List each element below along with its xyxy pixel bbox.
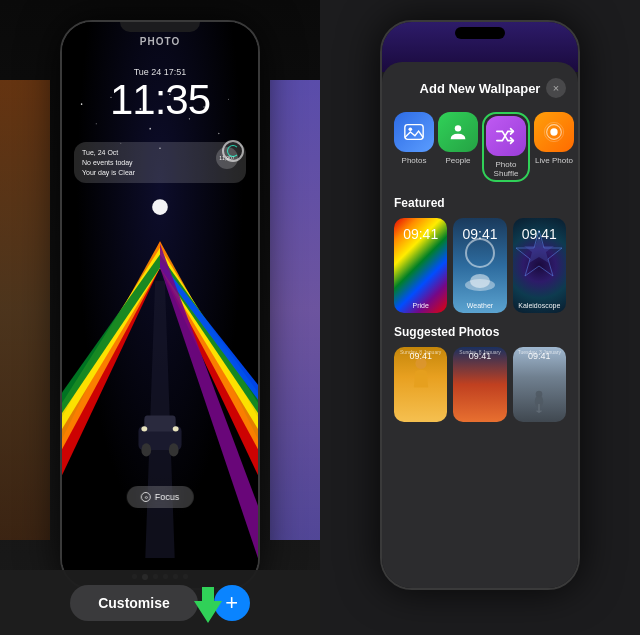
- svg-point-6: [96, 123, 97, 124]
- suggested-title: Suggested Photos: [394, 325, 566, 339]
- people-label: People: [446, 156, 471, 165]
- bird-figure: [529, 389, 549, 414]
- weather-indicator: [465, 238, 495, 268]
- kaleo-label: Kaleidoscope: [513, 302, 566, 309]
- svg-point-32: [536, 391, 543, 398]
- live-photo-label: Live Photo: [535, 156, 573, 165]
- baby-figure: [406, 357, 436, 397]
- widget-text: Tue, 24 OctNo events todayYour day is Cl…: [82, 148, 238, 177]
- pride-label: Pride: [394, 302, 447, 309]
- lock-screen-time: Tue 24 17:51 11:35: [62, 67, 258, 121]
- people-icon-circle: [438, 112, 478, 152]
- svg-rect-14: [144, 415, 175, 431]
- focus-icon: [141, 492, 151, 502]
- live-photo-icon: [543, 121, 565, 143]
- svg-point-9: [218, 133, 219, 134]
- kaleo-time: 09:41: [513, 226, 566, 242]
- left-side-image: [0, 80, 50, 540]
- link-icon: [142, 494, 149, 501]
- modal-title: Add New Wallpaper: [414, 81, 546, 96]
- featured-kaleidoscope[interactable]: 09:41 Kaleidoscope: [513, 218, 566, 313]
- svg-point-23: [550, 128, 557, 135]
- type-photo-shuffle[interactable]: PhotoShuffle: [482, 112, 530, 182]
- photo-label: PHOTO: [62, 36, 258, 47]
- svg-point-22: [455, 125, 461, 131]
- pride-time: 09:41: [394, 226, 447, 242]
- add-wallpaper-modal: Add New Wallpaper ×: [382, 62, 578, 588]
- focus-button[interactable]: Focus: [127, 486, 194, 508]
- shuffle-icon: [495, 125, 517, 147]
- photos-label: Photos: [402, 156, 427, 165]
- close-button[interactable]: ×: [546, 78, 566, 98]
- featured-row: 09:41 Pride 0: [394, 218, 566, 313]
- photos-icon: [403, 121, 425, 143]
- type-live-photo[interactable]: Live Photo: [534, 112, 574, 182]
- lock-screen: PHOTO Tue 24 17:51 11:35 Tue, 24 OctNo e…: [62, 22, 258, 588]
- suggested-photo-1[interactable]: Sunday, 8 January 09:41: [394, 347, 447, 422]
- phone-mockup-left: PHOTO Tue 24 17:51 11:35 Tue, 24 OctNo e…: [60, 20, 260, 590]
- featured-pride[interactable]: 09:41 Pride: [394, 218, 447, 313]
- svg-point-16: [169, 443, 179, 456]
- weather-time: 09:41: [453, 226, 506, 242]
- svg-marker-19: [194, 587, 222, 623]
- svg-point-7: [149, 128, 151, 130]
- photos-icon-circle: [394, 112, 434, 152]
- wallpaper-type-row: Photos People: [394, 112, 566, 182]
- svg-point-21: [409, 127, 413, 131]
- weather-label: Weather: [453, 302, 506, 309]
- customise-button[interactable]: Customise: [70, 585, 198, 621]
- shuffle-label: PhotoShuffle: [494, 160, 519, 178]
- arrow-svg: [190, 587, 226, 623]
- people-icon: [447, 121, 469, 143]
- suggested-photo-2[interactable]: Sunday, 8 January 09:41: [453, 347, 506, 422]
- svg-rect-20: [405, 125, 423, 140]
- type-people[interactable]: People: [438, 112, 478, 182]
- suggested-time-2: 09:41: [453, 351, 506, 361]
- type-photos[interactable]: Photos: [394, 112, 434, 182]
- main-container: PHOTO Tue 24 17:51 11:35 Tue, 24 OctNo e…: [0, 0, 640, 635]
- lock-date: Tue 24 17:51: [62, 67, 258, 77]
- green-arrow: [190, 587, 226, 627]
- live-photo-icon-circle: [534, 112, 574, 152]
- calendar-widget: Tue, 24 OctNo events todayYour day is Cl…: [74, 142, 246, 183]
- lock-widgets: Tue, 24 OctNo events todayYour day is Cl…: [74, 142, 246, 187]
- bottom-bar: Customise +: [0, 570, 320, 635]
- suggested-time-3: 09:41: [513, 351, 566, 361]
- dynamic-island: [455, 27, 505, 39]
- suggested-photo-3[interactable]: Tuesday, 3 January 09:41: [513, 347, 566, 422]
- svg-point-15: [141, 443, 151, 456]
- lock-clock: 11:35: [62, 79, 258, 121]
- focus-label: Focus: [155, 492, 180, 502]
- svg-point-27: [470, 274, 490, 288]
- suggested-time-1: 09:41: [394, 351, 447, 361]
- featured-weather[interactable]: 09:41 Weather: [453, 218, 506, 313]
- right-side-image: [270, 80, 320, 540]
- notch: [120, 22, 200, 32]
- svg-point-18: [173, 426, 179, 431]
- shuffle-icon-circle: [486, 116, 526, 156]
- featured-title: Featured: [394, 196, 566, 210]
- modal-header: Add New Wallpaper ×: [394, 78, 566, 98]
- phone-mockup-right: Add New Wallpaper ×: [380, 20, 580, 590]
- svg-point-17: [141, 426, 147, 431]
- right-panel: Add New Wallpaper ×: [320, 0, 640, 635]
- wallpaper-picker-screen: Add New Wallpaper ×: [382, 22, 578, 588]
- suggested-row: Sunday, 8 January 09:41 Sunday, 8 Januar…: [394, 347, 566, 422]
- left-panel: PHOTO Tue 24 17:51 11:35 Tue, 24 OctNo e…: [0, 0, 320, 635]
- weather-icon: [460, 273, 500, 293]
